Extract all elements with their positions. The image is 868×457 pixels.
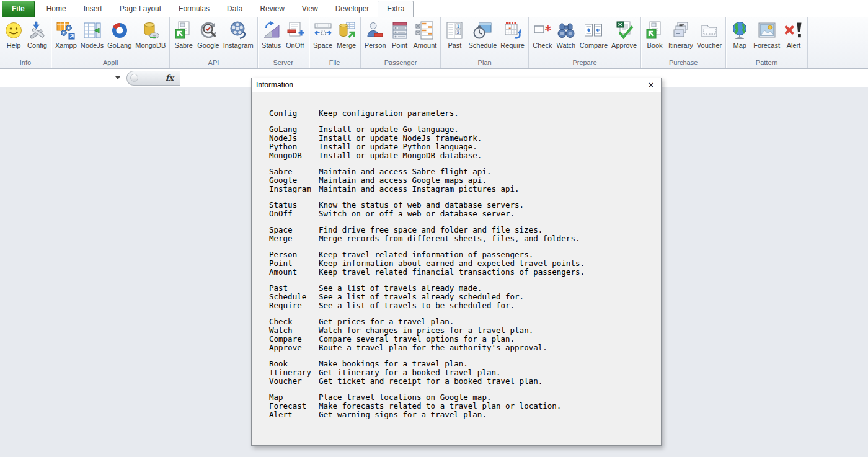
instagram-button[interactable]: Instagram	[221, 19, 255, 50]
itinerary-button[interactable]: Itinerary	[666, 19, 695, 50]
require-button[interactable]: Require	[498, 19, 526, 50]
command-name: Space	[269, 226, 319, 234]
command-description: Compare several travel options for a pla…	[319, 335, 515, 344]
button-label: Instagram	[223, 42, 254, 49]
group-label: Pattern	[726, 59, 807, 68]
amount-button[interactable]: Amount	[412, 19, 439, 50]
button-label: Amount	[414, 42, 437, 49]
command-description: See a list of travels to be scheduled fo…	[319, 301, 515, 310]
merge-icon	[337, 20, 356, 40]
button-label: Sabre	[175, 42, 193, 49]
approve-button[interactable]: Approve	[609, 19, 639, 50]
mongodb-button[interactable]: MongoDB	[133, 19, 167, 50]
google-button[interactable]: Google	[195, 19, 221, 50]
name-box-dropdown-button[interactable]	[109, 69, 126, 87]
tab-formulas[interactable]: Formulas	[170, 1, 218, 17]
schedule-button[interactable]: Schedule	[466, 19, 498, 50]
onoff-button[interactable]: OnOff	[283, 19, 307, 50]
command-description: Get itinerary for a booked travel plan.	[319, 368, 501, 377]
tab-extra[interactable]: Extra	[378, 1, 414, 17]
ribbon-group-pattern: MapForecastAlertPattern	[726, 17, 808, 68]
onoff-icon	[285, 20, 305, 40]
amount-icon	[415, 20, 435, 40]
ribbon-group-server: StatusOnOffServer	[258, 17, 309, 68]
button-label: Person	[365, 42, 386, 49]
ribbon-group-prepare: *CheckWatchCompareApprovePrepare	[529, 17, 641, 68]
button-label: Status	[262, 42, 281, 49]
command-description: Maintain and access Google maps api.	[319, 176, 487, 185]
dialog-row-forecast: ForecastMake forecasts related to a trav…	[269, 402, 655, 410]
dialog-section: PastSee a list of travels already made.S…	[269, 284, 655, 310]
dialog-row-itinerary: ItineraryGet itinerary for a booked trav…	[269, 368, 655, 377]
close-icon[interactable]: ✕	[641, 78, 661, 92]
dialog-row-config: ConfigKeep configuration parameters.	[269, 109, 655, 118]
forecast-icon	[757, 20, 777, 40]
command-name: Map	[269, 393, 319, 402]
voucher-button[interactable]: Voucher	[695, 19, 724, 50]
tab-page-layout[interactable]: Page Layout	[111, 1, 170, 17]
map-button[interactable]: Map	[728, 19, 751, 50]
dialog-row-check: CheckGet prices for a travel plan.	[269, 317, 655, 326]
excel-window: FileHomeInsertPage LayoutFormulasDataRev…	[0, 0, 868, 457]
config-button[interactable]: Config	[25, 19, 49, 50]
button-label: Book	[647, 42, 663, 49]
tab-view[interactable]: View	[293, 1, 327, 17]
insert-function-button[interactable]: fx	[126, 71, 180, 86]
merge-button[interactable]: Merge	[335, 19, 358, 50]
person-button[interactable]: Person	[363, 19, 388, 50]
tab-insert[interactable]: Insert	[75, 1, 111, 17]
ribbon-group-file: SpaceMergeFile	[309, 17, 361, 68]
dialog-body: ConfigKeep configuration parameters.GoLa…	[252, 92, 661, 445]
tab-developer[interactable]: Developer	[327, 1, 378, 17]
forecast-button[interactable]: Forecast	[751, 19, 782, 50]
dialog-row-voucher: VoucherGet ticket and receipt for a book…	[269, 377, 655, 386]
group-label: Purchase	[641, 59, 725, 68]
dialog-row-amount: AmountKeep travel related financial tran…	[269, 268, 655, 277]
dialog-row-watch: WatchWatch for changes in prices for a t…	[269, 326, 655, 335]
tab-data[interactable]: Data	[218, 1, 251, 17]
space-button[interactable]: Space	[311, 19, 335, 50]
past-button[interactable]: 12Past	[443, 19, 466, 50]
command-name: Python	[269, 143, 319, 151]
nodejs-button[interactable]: NodeJs	[79, 19, 105, 50]
status-button[interactable]: Status	[260, 19, 283, 50]
command-name: Require	[269, 301, 319, 310]
button-label: Check	[533, 42, 552, 49]
dialog-section: StatusKnow the status of web and databas…	[269, 201, 655, 218]
space-icon	[313, 20, 333, 40]
name-box[interactable]	[0, 69, 109, 87]
watch-button[interactable]: Watch	[554, 19, 578, 50]
command-description: Keep travel related financial transactio…	[319, 268, 585, 277]
sabre-button[interactable]: Sabre	[172, 19, 195, 50]
tab-home[interactable]: Home	[38, 1, 75, 17]
group-label: Plan	[441, 59, 528, 68]
tab-review[interactable]: Review	[251, 1, 293, 17]
command-description: Maintain and access Instagram pictures a…	[319, 185, 520, 193]
dialog-row-mongodb: MongoDBInstall or update MongoDB databas…	[269, 151, 655, 160]
command-name: Compare	[269, 335, 319, 344]
command-name: Past	[269, 284, 319, 293]
map-icon	[730, 20, 750, 40]
button-label: NodeJs	[81, 42, 104, 49]
point-button[interactable]: Point	[388, 19, 412, 50]
button-label: Itinerary	[668, 42, 693, 49]
button-label: Require	[500, 42, 525, 49]
book-button[interactable]: Book	[643, 19, 666, 50]
command-name: Point	[269, 259, 319, 268]
ribbon-group-appli: XamppNodeJsGoLangMongoDBAppli	[51, 17, 170, 68]
check-button[interactable]: *Check	[531, 19, 554, 50]
dialog-row-python: PythonInstall or update Python language.	[269, 143, 655, 151]
alert-button[interactable]: Alert	[782, 19, 805, 50]
dialog-section: PersonKeep travel related information of…	[269, 251, 655, 277]
golang-button[interactable]: GoLang	[105, 19, 133, 50]
ribbon-group-passenger: PersonPointAmountPassenger	[361, 17, 441, 68]
golang-icon	[110, 20, 130, 40]
tab-file[interactable]: File	[2, 1, 35, 17]
command-name: Status	[269, 201, 319, 210]
dialog-row-merge: MergeMerge records from different sheets…	[269, 234, 655, 243]
compare-button[interactable]: Compare	[578, 19, 609, 50]
xampp-button[interactable]: Xampp	[53, 19, 79, 50]
help-button[interactable]: Help	[2, 19, 25, 50]
command-name: Config	[269, 109, 319, 118]
instagram-icon	[228, 20, 248, 40]
